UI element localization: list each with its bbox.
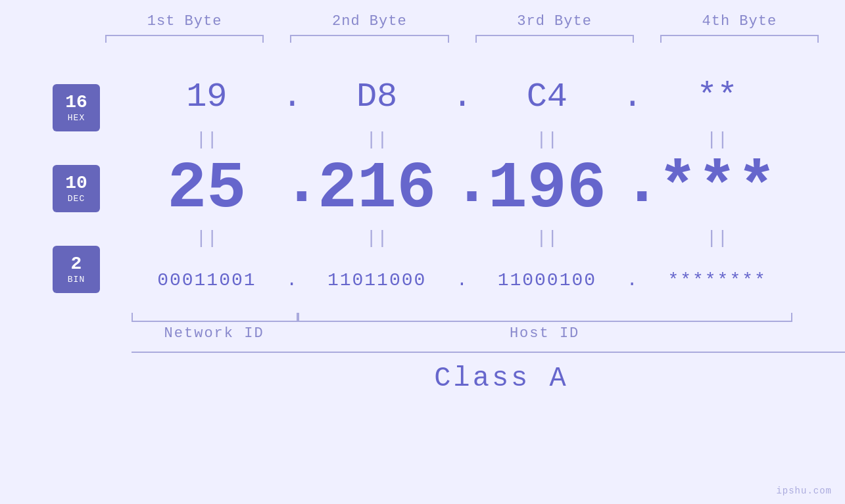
dec-num: 10 xyxy=(65,173,87,194)
bases-column: 16 HEX 10 DEC 2 BIN xyxy=(53,68,132,309)
eq1-b1: || xyxy=(132,129,282,150)
bracket-byte4 xyxy=(647,35,832,48)
bin-byte3: 11000100 xyxy=(472,270,623,290)
hex-byte2: D8 xyxy=(302,78,452,116)
rows-container: 19 . D8 . C4 . ** || || || || 25 xyxy=(132,68,792,309)
class-section: Class A xyxy=(132,352,845,394)
content-area: 16 HEX 10 DEC 2 BIN 19 . D8 . C4 . ** xyxy=(53,68,792,309)
byte3-header: 3rd Byte xyxy=(462,13,647,30)
hex-dot2: . xyxy=(452,78,472,116)
host-bracket xyxy=(298,313,792,322)
hex-row: 19 . D8 . C4 . ** xyxy=(132,68,792,126)
bracket-byte2 xyxy=(277,35,462,48)
bin-byte2: 11011000 xyxy=(302,270,452,290)
hex-byte3: C4 xyxy=(472,78,623,116)
dec-badge: 10 DEC xyxy=(53,165,100,212)
bracket-byte1 xyxy=(92,35,277,48)
bin-num: 2 xyxy=(71,254,82,275)
bin-byte1: 00011001 xyxy=(132,270,282,290)
dec-byte2: 216 xyxy=(302,152,452,226)
byte-headers: 1st Byte 2nd Byte 3rd Byte 4th Byte xyxy=(92,13,832,30)
bin-label: BIN xyxy=(68,275,85,285)
hex-byte1: 19 xyxy=(132,78,282,116)
dec-byte4: *** xyxy=(642,152,792,226)
main-container: 1st Byte 2nd Byte 3rd Byte 4th Byte 16 H… xyxy=(0,0,845,504)
network-bracket xyxy=(132,313,298,322)
eq2-b4: || xyxy=(642,228,792,248)
hex-num: 16 xyxy=(65,93,87,113)
bin-dot3: . xyxy=(622,270,642,290)
dec-byte1: 25 xyxy=(132,152,282,226)
bin-dot2: . xyxy=(452,270,472,290)
eq2-b1: || xyxy=(132,228,282,248)
bin-dot1: . xyxy=(282,270,302,290)
bracket-byte3 xyxy=(462,35,647,48)
byte2-header: 2nd Byte xyxy=(277,13,462,30)
top-brackets xyxy=(92,35,832,48)
eq2-b2: || xyxy=(302,228,452,248)
host-id-label: Host ID xyxy=(297,325,792,342)
byte4-header: 4th Byte xyxy=(647,13,832,30)
bin-row: 00011001 . 11011000 . 11000100 . *******… xyxy=(132,251,792,309)
hex-badge: 16 HEX xyxy=(53,84,100,131)
bin-byte4: ******** xyxy=(642,270,792,290)
hex-dot3: . xyxy=(622,78,642,116)
dec-dot3: . xyxy=(622,147,642,231)
equals-row-2: || || || || xyxy=(132,225,792,251)
eq1-b4: || xyxy=(642,129,792,150)
id-labels: Network ID Host ID xyxy=(132,325,792,342)
eq2-b3: || xyxy=(472,228,623,248)
eq1-b2: || xyxy=(302,129,452,150)
class-label: Class A xyxy=(434,363,568,394)
byte1-header: 1st Byte xyxy=(92,13,277,30)
hex-dot1: . xyxy=(282,78,302,116)
dec-row: 25 . 216 . 196 . *** xyxy=(132,152,792,225)
network-id-label: Network ID xyxy=(132,325,297,342)
bin-badge: 2 BIN xyxy=(53,246,100,293)
dec-label: DEC xyxy=(68,194,85,204)
dec-dot1: . xyxy=(282,147,302,231)
eq1-b3: || xyxy=(472,129,623,150)
dec-dot2: . xyxy=(452,147,472,231)
bottom-brackets xyxy=(132,313,792,322)
hex-label: HEX xyxy=(68,113,85,123)
hex-byte4: ** xyxy=(642,78,792,116)
dec-byte3: 196 xyxy=(472,152,623,226)
watermark: ipshu.com xyxy=(776,486,832,496)
bottom-section: Network ID Host ID Class A xyxy=(53,313,792,394)
